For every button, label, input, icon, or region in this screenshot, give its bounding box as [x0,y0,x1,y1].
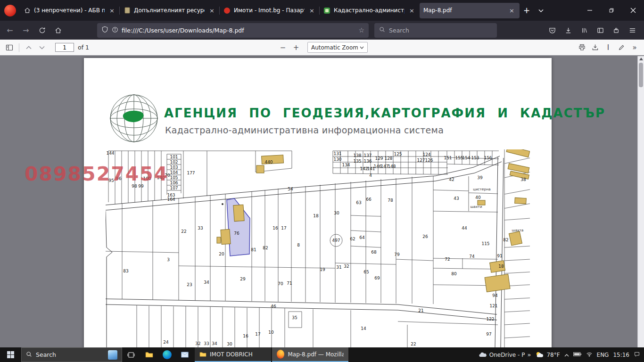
parcel-number: 23 [187,283,192,287]
start-button[interactable] [0,347,21,362]
parcel-number: 97 [486,332,491,337]
save-icon[interactable] [588,41,602,54]
network-icon[interactable] [586,352,593,358]
bookmark-star-icon[interactable]: ☆ [358,26,364,34]
draw-tool-icon[interactable] [615,41,628,54]
firefox-icon [277,350,284,359]
minimize-button[interactable] [579,0,601,21]
more-tools-button[interactable]: » [628,41,641,54]
new-tab-button[interactable]: + [520,3,534,17]
zoom-in-button[interactable]: + [289,41,303,54]
tab-imot-bg[interactable]: Имоти - Imot.bg - Пазарът н × [220,3,320,18]
parcel-number: 126 [425,158,433,163]
battery-icon[interactable] [573,352,582,358]
list-tabs-button[interactable] [534,3,548,17]
tab-kais[interactable]: Кадастрално-администрати × [320,3,420,18]
edge-browser-icon[interactable] [158,347,176,362]
reload-button[interactable] [35,23,49,37]
clock[interactable]: 15:16 [613,352,629,358]
map-annotation: шахта [512,229,524,232]
close-icon[interactable]: × [208,7,216,14]
notification-center-icon[interactable] [634,351,640,359]
forward-button[interactable]: → [19,23,33,37]
taskbar-app-imot-dobrich[interactable]: IMOT DOBRICH [195,347,271,362]
parcel-number: 122 [486,317,494,321]
parcel-number: 34 [212,342,217,346]
scrollbar-thumb[interactable] [639,63,643,87]
zoom-out-button[interactable]: − [276,41,289,54]
search-icon [379,26,385,34]
parcel-number: 33 [198,226,203,230]
parcel-number: 134 [342,163,350,167]
parcel-number: 30 [227,342,232,346]
close-icon[interactable]: × [108,7,116,14]
weather-widget[interactable]: 78°F [535,351,560,358]
taskbar-search-box[interactable]: Search [21,347,122,362]
taskbar-app-label: Map-8.pdf — Mozilla ... [288,351,344,358]
mail-app-icon[interactable] [176,347,194,362]
pdf-sidebar-toggle-icon[interactable] [3,41,16,54]
library-icon[interactable] [577,23,591,37]
tray-more-icon[interactable]: » [527,351,531,358]
onedrive-status[interactable]: OneDrive - P » [479,351,531,358]
parcel-number: 17 [281,226,286,230]
close-icon[interactable]: × [308,7,316,14]
cadastre-icon [323,7,330,14]
search-highlight-icon[interactable] [108,350,117,360]
windows-taskbar: Search IMOT DOBRICH Map-8.pdf — Mozilla … [0,347,644,362]
back-button[interactable]: ← [3,23,17,37]
print-icon[interactable] [575,41,588,54]
agency-title: АГЕНЦИЯ ПО ГЕОДЕЗИЯ,КАРТОГРАФИЯ И КАДАСТ… [164,106,605,120]
cadastral-map[interactable]: 497 144101102103104105106107959698991001… [106,149,530,347]
parcel-number: 135 [353,159,361,164]
close-window-button[interactable] [622,0,644,21]
page-info-icon[interactable] [112,26,118,35]
close-icon[interactable]: × [408,7,416,14]
parcel-number: 153 [471,156,479,160]
extensions-icon[interactable] [609,23,623,37]
tab-map-pdf-active[interactable]: Map-8.pdf × [420,3,520,18]
language-indicator[interactable]: ENG [597,352,609,358]
scroll-up-icon[interactable] [639,58,643,60]
sidebar-icon[interactable] [593,23,607,37]
parcel-number: 105 [170,176,178,180]
search-bar[interactable]: Search [374,23,497,38]
tab-resource[interactable]: Допълнителният ресурс по × [120,3,220,18]
parcel-number: 69 [374,276,380,280]
menu-icon[interactable] [625,23,639,37]
text-selection-tool-icon[interactable]: I [602,41,615,54]
temperature-label: 78°F [546,352,560,358]
zoom-select[interactable]: Automatic Zoom [307,42,368,53]
parcel-number: 18 [313,214,318,218]
tab-abv-mail[interactable]: (3 непрочетени) - АБВ поща × [20,3,120,18]
tab-title: Допълнителният ресурс по [134,7,205,14]
hidden-icons-chevron[interactable] [564,352,569,358]
downloads-icon[interactable] [561,23,575,37]
onedrive-label: OneDrive - P [489,352,525,358]
pocket-icon[interactable] [545,23,559,37]
previous-page-button[interactable] [22,41,35,54]
shield-icon[interactable] [101,26,108,35]
maximize-button[interactable] [601,0,622,21]
map-parcel-lines [106,149,530,347]
agency-subtitle: Кадастрално-административна информационн… [165,125,444,135]
parcel-number: 78 [388,198,393,203]
task-view-button[interactable] [122,347,140,362]
firefox-logo-icon[interactable] [4,5,16,16]
home-button[interactable] [51,23,65,37]
system-tray: OneDrive - P » 78°F ENG 15:16 [479,347,644,362]
vertical-scrollbar[interactable] [637,56,644,347]
url-text[interactable]: file:///C:/Users/user/Downloads/Map-8.pd… [122,27,355,34]
parcel-number: 137 [363,154,372,158]
url-bar[interactable]: file:///C:/Users/user/Downloads/Map-8.pd… [97,23,369,38]
taskbar-app-map-pdf[interactable]: Map-8.pdf — Mozilla ... [272,347,348,362]
next-page-button[interactable] [35,41,49,54]
parcel-number: 82 [263,246,268,250]
file-explorer-icon[interactable] [140,347,158,362]
parcel-number: 81 [251,248,256,252]
parcel-number: 35 [292,316,297,320]
page-number-input[interactable] [55,43,74,52]
close-icon[interactable]: × [508,7,516,14]
parcel-number: 156 [484,156,492,160]
parcel-number: 30 [334,211,339,215]
